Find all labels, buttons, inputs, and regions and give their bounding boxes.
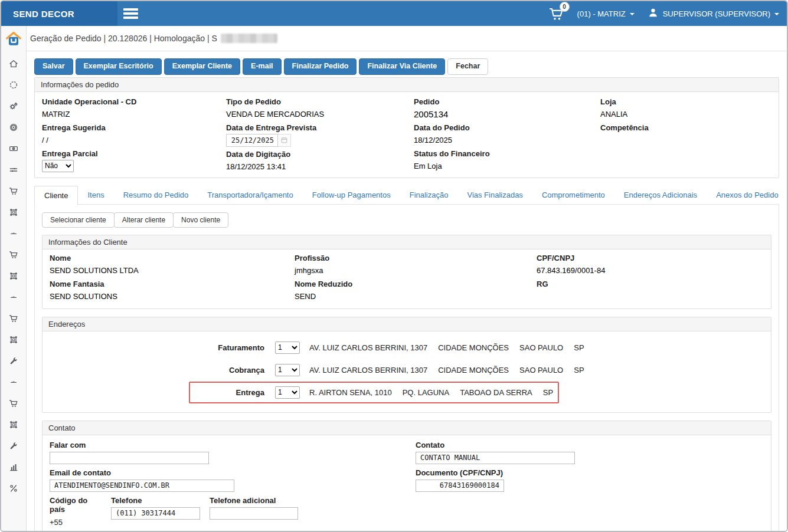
address-street: AV. LUIZ CARLOS BERRINI, 1307: [309, 343, 427, 352]
fechar-button[interactable]: Fechar: [447, 58, 488, 75]
sidebar-icon-list: [9, 59, 18, 493]
money-icon[interactable]: [9, 144, 18, 153]
exemplar-cliente-button[interactable]: Exemplar Cliente: [164, 58, 240, 75]
sliders-icon[interactable]: [9, 165, 18, 175]
email-contato-input[interactable]: [50, 480, 234, 492]
tab-anexos-do-pedido[interactable]: Anexos do Pedido: [707, 186, 787, 205]
cart-icon: [548, 15, 564, 24]
target-icon[interactable]: [9, 123, 18, 132]
telefone-input[interactable]: [111, 507, 200, 520]
frame-icon[interactable]: [9, 420, 18, 429]
novo-cliente-button[interactable]: Novo cliente: [173, 212, 228, 228]
finalizar-pedido-button[interactable]: Finalizar Pedido: [284, 58, 357, 75]
address-row: Entrega1R. AIRTON SENA, 1010PQ. LAGUNATA…: [50, 382, 764, 403]
chevron-down-icon: [630, 13, 635, 15]
field-value: VENDA DE MERCADORIAS: [226, 108, 414, 120]
order-info-column: Unidade Operacional - CDMATRIZEntrega Su…: [42, 94, 226, 173]
frame-icon[interactable]: [9, 271, 18, 281]
field-value: SEND SOLUTIONS: [50, 290, 295, 303]
documento-label: Documento (CPF/CNPJ): [416, 468, 764, 477]
frame-icon[interactable]: [9, 208, 18, 217]
dash-icon[interactable]: [9, 377, 18, 387]
field-label: Nome: [50, 252, 295, 264]
tab-enderecos-adicionais[interactable]: Endereços Adicionais: [614, 186, 707, 205]
field-pedido: Pedido2005134: [414, 96, 600, 120]
alterar-cliente-button[interactable]: Alterar cliente: [114, 212, 174, 228]
calendar-icon[interactable]: [278, 134, 291, 147]
contact-fields: Falar com Email de contato Código do paí…: [42, 435, 771, 531]
salvar-button[interactable]: Salvar: [34, 58, 73, 75]
exemplar-escritorio-button[interactable]: Exemplar Escritório: [76, 58, 162, 75]
address-state: SP: [574, 343, 584, 352]
tab-resumo-do-pedido[interactable]: Resumo do Pedido: [114, 186, 198, 205]
cobranca-address-select[interactable]: 1: [275, 364, 300, 376]
address-city: SAO PAULO: [519, 343, 563, 352]
documento-input[interactable]: [416, 480, 504, 492]
navbar-right: 0 (01) - MATRIZ SUPERVISOR (SUPERVISOR): [548, 1, 779, 26]
contact-left-column: Falar com Email de contato Código do paí…: [50, 436, 416, 528]
tab-vias-finalizadas[interactable]: Vias Finalizadas: [457, 186, 532, 205]
cart-icon[interactable]: [9, 250, 18, 260]
gears-icon[interactable]: [9, 101, 18, 111]
field-label: Data do Pedido: [414, 121, 600, 134]
tab-cliente[interactable]: Cliente: [34, 186, 78, 205]
wrench-icon[interactable]: [9, 441, 18, 451]
store-selector[interactable]: (01) - MATRIZ: [577, 9, 635, 18]
field-label: Nome Fantasia: [50, 278, 295, 290]
field-control: [226, 134, 414, 147]
address-state: SP: [543, 388, 553, 397]
telefone-adicional-input[interactable]: [210, 507, 298, 520]
order-info-column: Tipo de PedidoVENDA DE MERCADORIASData d…: [226, 94, 414, 173]
field-value: [537, 290, 764, 303]
selecionar-cliente-button[interactable]: Selecionar cliente: [42, 212, 115, 228]
client-info-column: NomeSEND SOLUTIONS LTDANome FantasiaSEND…: [50, 251, 295, 303]
field-entrega-parcial: Entrega ParcialNão: [42, 147, 226, 172]
entrega-parcial-select[interactable]: Não: [42, 160, 74, 172]
field-value: ANALIA: [600, 108, 771, 120]
faturamento-address-select[interactable]: 1: [275, 341, 300, 354]
data-de-entrega-prevista-input[interactable]: [226, 134, 278, 147]
user-menu[interactable]: SUPERVISOR (SUPERVISOR): [648, 7, 779, 20]
bar-chart-icon[interactable]: [9, 462, 18, 472]
field-label: Nome Reduzido: [295, 278, 537, 290]
field-value: 18/12/2025 13:41: [226, 160, 414, 173]
finalizar-via-cliente-button[interactable]: Finalizar Via Cliente: [359, 58, 445, 75]
tab-transportadora-icamento[interactable]: Transportadora/Içamento: [198, 186, 302, 205]
tab-finalizacao[interactable]: Finalização: [400, 186, 458, 205]
spinner-icon[interactable]: [9, 80, 18, 90]
frame-icon[interactable]: [9, 335, 18, 344]
codigo-pais-label: Código do país: [50, 496, 102, 514]
date-input-group: [226, 134, 291, 147]
contato-label: Contato: [416, 441, 764, 449]
cart-icon[interactable]: [9, 399, 18, 408]
addresses-title: Endereços: [42, 317, 771, 331]
entrega-address-select[interactable]: 1: [275, 386, 300, 399]
contato-input[interactable]: [416, 452, 575, 464]
cart-button[interactable]: 0: [548, 6, 564, 22]
tab-itens[interactable]: Itens: [78, 186, 113, 205]
e-mail-button[interactable]: E-mail: [243, 58, 282, 75]
dash-icon[interactable]: [9, 229, 18, 238]
wrench-icon[interactable]: [9, 356, 18, 366]
cart-icon[interactable]: [9, 314, 18, 323]
address-type-label: Entrega: [195, 388, 264, 397]
hamburger-menu-icon[interactable]: [123, 8, 138, 21]
home-icon[interactable]: [9, 59, 18, 68]
client-info-column: ProfissãojmhgsxaNome ReduzidoSEND: [295, 251, 537, 303]
falar-com-input[interactable]: [50, 452, 209, 464]
field-label: Profissão: [295, 252, 537, 264]
cart-icon[interactable]: [9, 186, 18, 196]
contact-right-column: Contato Documento (CPF/CNPJ): [416, 436, 764, 528]
main-content: SalvarExemplar EscritórioExemplar Client…: [27, 51, 787, 531]
address-type-label: Faturamento: [195, 343, 264, 352]
order-tabs: ClienteItensResumo do PedidoTransportado…: [34, 186, 779, 205]
dash-icon[interactable]: [9, 293, 18, 302]
redacted-text: [221, 34, 277, 43]
order-info-column: Pedido2005134Data do Pedido18/12/2025Sta…: [414, 94, 600, 173]
address-row-box: Faturamento1AV. LUIZ CARLOS BERRINI, 130…: [189, 337, 590, 359]
tab-comprometimento[interactable]: Comprometimento: [532, 186, 614, 205]
field-loja: LojaANALIA: [600, 96, 771, 120]
field-label: Data de Entrega Prevista: [226, 121, 414, 134]
tab-follow-up-pagamentos[interactable]: Follow-up Pagamentos: [303, 186, 400, 205]
percent-icon[interactable]: [9, 484, 18, 493]
